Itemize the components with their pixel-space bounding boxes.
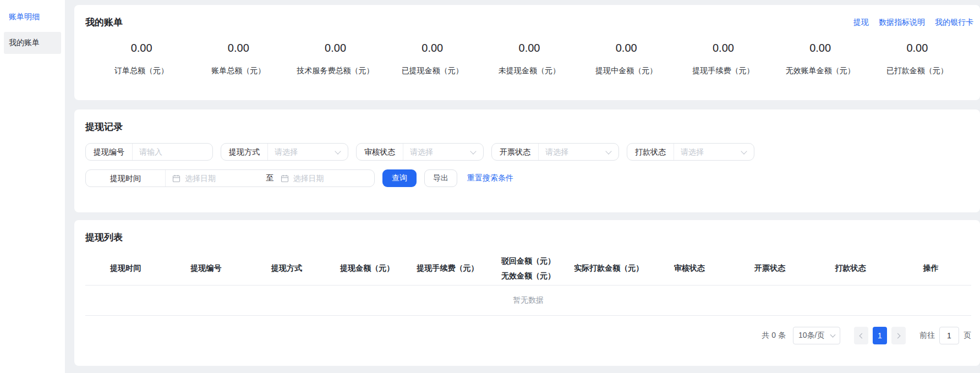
chevron-down-icon — [470, 148, 476, 154]
column-header-line2: 无效金额（元） — [488, 268, 568, 283]
summary-card-title: 我的账单 — [85, 16, 123, 29]
column-header-audit-status: 审核状态 — [649, 261, 730, 276]
sidebar-item-my-bill[interactable]: 我的账单 — [4, 32, 61, 54]
invoice-status-select[interactable] — [539, 144, 606, 160]
withdraw-list-title: 提现列表 — [85, 231, 971, 244]
stat-value: 0.00 — [578, 42, 675, 54]
summary-stats: 0.00 订单总额（元） 0.00 账单总额（元） 0.00 技术服务费总额（元… — [85, 42, 973, 76]
withdraw-record-card: 提现记录 提现编号 提现方式 审核状态 开票状态 — [74, 109, 980, 212]
column-header-withdraw-amount: 提现金额（元） — [327, 261, 407, 276]
stat-not-withdrawn: 0.00 未提现金额（元） — [481, 42, 578, 76]
withdraw-list-card: 提现列表 提现时间 提现编号 提现方式 提现金额（元） 提现手续费（元） 驳回金… — [74, 220, 980, 366]
stat-value: 0.00 — [869, 42, 966, 54]
sidebar: 账单明细 我的账单 — [0, 0, 65, 373]
column-header-line1: 驳回金额（元） — [488, 254, 568, 268]
payment-status-select[interactable] — [674, 144, 742, 160]
stat-value: 0.00 — [384, 42, 481, 54]
stat-label: 已提现金额（元） — [384, 66, 481, 76]
table-header-row: 提现时间 提现编号 提现方式 提现金额（元） 提现手续费（元） 驳回金额（元） … — [85, 251, 971, 286]
page-number-1[interactable]: 1 — [873, 327, 887, 344]
export-button[interactable]: 导出 — [424, 169, 457, 187]
filter-label: 开票状态 — [492, 144, 539, 160]
filter-invoice-status: 开票状态 — [491, 143, 619, 161]
stat-label: 提现中金额（元） — [578, 66, 675, 76]
filter-label: 审核状态 — [357, 144, 403, 160]
column-header-withdraw-fee: 提现手续费（元） — [407, 261, 488, 276]
filter-audit-status: 审核状态 — [356, 143, 484, 161]
column-header-withdraw-no: 提现编号 — [166, 261, 246, 276]
withdraw-method-select[interactable] — [268, 144, 336, 160]
goto-page-input[interactable] — [939, 327, 959, 344]
start-date-input[interactable] — [185, 170, 260, 186]
reset-search-link[interactable]: 重置搜索条件 — [467, 173, 513, 183]
main-content: 我的账单 提现 数据指标说明 我的银行卡 0.00 订单总额（元） 0.00 账… — [65, 0, 980, 373]
page-size-select[interactable]: 10条/页 — [793, 327, 840, 344]
stat-label: 账单总额（元） — [190, 66, 287, 76]
column-header-rejected-invalid-amount: 驳回金额（元） 无效金额（元） — [488, 254, 568, 283]
page-size-value: 10条/页 — [798, 331, 824, 341]
chevron-right-icon — [895, 333, 901, 338]
withdraw-link[interactable]: 提现 — [853, 18, 869, 28]
stat-withdraw-fee: 0.00 提现手续费（元） — [675, 42, 771, 76]
filter-label: 提现编号 — [86, 144, 133, 160]
summary-card-header: 我的账单 提现 数据指标说明 我的银行卡 — [85, 16, 973, 29]
filter-withdraw-method: 提现方式 — [221, 143, 348, 161]
column-header-withdraw-method: 提现方式 — [247, 261, 327, 276]
query-button[interactable]: 查询 — [382, 169, 417, 187]
audit-status-select[interactable] — [403, 144, 471, 160]
chevron-down-icon — [741, 148, 747, 154]
stat-paid: 0.00 已打款金额（元） — [869, 42, 966, 76]
stat-order-total: 0.00 订单总额（元） — [93, 42, 190, 76]
pagination-total: 共 0 条 — [762, 331, 786, 341]
column-header-payment-status: 打款状态 — [810, 261, 890, 276]
date-range-separator: 至 — [266, 173, 274, 183]
prev-page-button[interactable] — [854, 327, 868, 344]
filter-row-2: 提现时间 至 — [85, 169, 971, 187]
stat-value: 0.00 — [93, 42, 190, 54]
stat-label: 已打款金额（元） — [869, 66, 966, 76]
chevron-down-icon — [830, 332, 836, 338]
stat-label: 无效账单金额（元） — [772, 66, 869, 76]
filter-label: 提现方式 — [221, 144, 268, 160]
stat-withdrawing: 0.00 提现中金额（元） — [578, 42, 675, 76]
table-empty-row: 暂无数据 — [85, 286, 971, 316]
stat-value: 0.00 — [190, 42, 287, 54]
next-page-button[interactable] — [891, 327, 906, 344]
summary-links: 提现 数据指标说明 我的银行卡 — [853, 18, 973, 28]
my-bank-card-link[interactable]: 我的银行卡 — [935, 18, 973, 28]
chevron-down-icon — [605, 148, 611, 154]
calendar-icon — [172, 174, 180, 183]
stat-label: 提现手续费（元） — [675, 66, 771, 76]
column-header-withdraw-time: 提现时间 — [85, 261, 166, 276]
filter-payment-status: 打款状态 — [627, 143, 754, 161]
filter-withdraw-no: 提现编号 — [85, 143, 213, 161]
stat-label: 订单总额（元） — [93, 66, 190, 76]
sidebar-item-bill-detail[interactable]: 账单明细 — [0, 8, 65, 26]
column-header-actions: 操作 — [891, 261, 971, 276]
calendar-icon — [281, 174, 289, 183]
metrics-help-link[interactable]: 数据指标说明 — [879, 18, 925, 28]
filter-label: 提现时间 — [86, 170, 166, 186]
chevron-left-icon — [859, 333, 865, 338]
withdraw-no-input[interactable] — [133, 144, 212, 160]
filter-row-1: 提现编号 提现方式 审核状态 开票状态 — [85, 143, 971, 161]
date-end-section — [274, 170, 375, 186]
empty-text: 暂无数据 — [513, 295, 544, 305]
app-root: 账单明细 我的账单 我的账单 提现 数据指标说明 我的银行卡 0.00 订单总额… — [0, 0, 980, 373]
stat-value: 0.00 — [675, 42, 771, 54]
summary-card: 我的账单 提现 数据指标说明 我的银行卡 0.00 订单总额（元） 0.00 账… — [74, 5, 980, 100]
stat-value: 0.00 — [772, 42, 869, 54]
stat-value: 0.00 — [287, 42, 384, 54]
end-date-input[interactable] — [293, 170, 368, 186]
goto-label: 前往 — [919, 331, 935, 341]
filter-withdraw-time: 提现时间 至 — [85, 169, 375, 187]
filter-label: 打款状态 — [627, 144, 674, 160]
chevron-down-icon — [335, 148, 341, 154]
stat-tech-fee-total: 0.00 技术服务费总额（元） — [287, 42, 384, 76]
column-header-actual-paid-amount: 实际打款金额（元） — [568, 261, 649, 276]
stat-label: 技术服务费总额（元） — [287, 66, 384, 76]
stat-value: 0.00 — [481, 42, 578, 54]
stat-label: 未提现金额（元） — [481, 66, 578, 76]
date-start-section — [166, 170, 266, 186]
stat-invalid-bill: 0.00 无效账单金额（元） — [772, 42, 869, 76]
